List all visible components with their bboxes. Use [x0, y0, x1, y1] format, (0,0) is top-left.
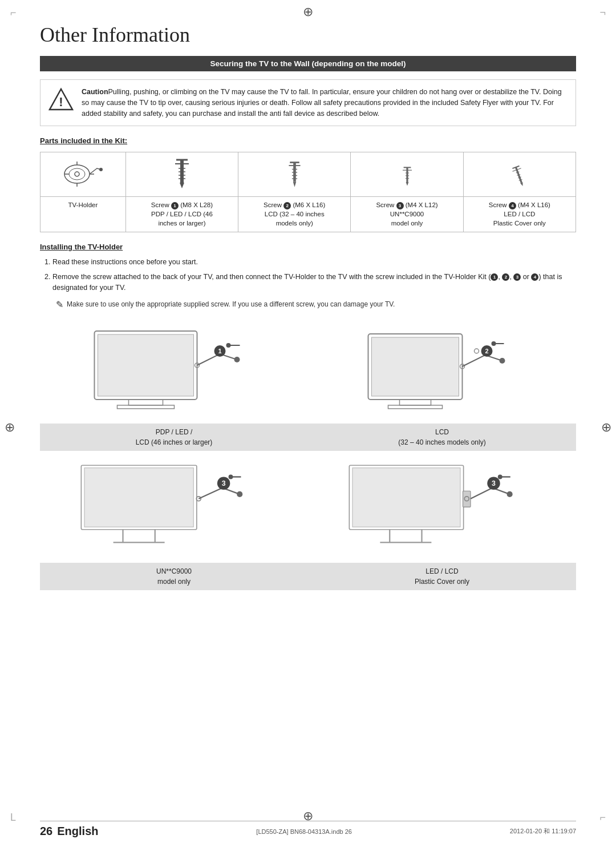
- section-header: Securing the TV to the Wall (depending o…: [40, 56, 576, 71]
- caution-box: ! CautionPulling, pushing, or climbing o…: [40, 79, 576, 126]
- caution-text: CautionPulling, pushing, or climbing on …: [82, 87, 568, 119]
- corner-mark-br: ⌐: [599, 812, 606, 824]
- svg-marker-32: [406, 182, 408, 185]
- svg-point-50: [226, 343, 230, 348]
- diagram-bottom-left: 3 UN**C9000 model only: [40, 459, 308, 590]
- svg-point-68: [237, 491, 242, 497]
- caution-icon: !: [48, 87, 74, 112]
- svg-text:2: 2: [485, 348, 488, 354]
- svg-text:!: !: [59, 95, 63, 109]
- parts-table: TV-Holder Screw 1 (M8 X L28)PDP / LED / …: [40, 152, 576, 232]
- page-footer: 26 English [LD550-ZA] BN68-04313A.indb 2…: [40, 821, 576, 838]
- corner-mark-tl: ⌐: [10, 7, 17, 19]
- note-row: ✎ Make sure to use only the appropriate …: [56, 299, 576, 312]
- svg-rect-44: [117, 405, 174, 409]
- diagram-bottom-right: 3 LED / LCD Plastic Cover only: [308, 459, 576, 590]
- part-icon-tv-holder: [40, 152, 126, 197]
- svg-point-84: [497, 474, 502, 479]
- corner-mark-tr: ¬: [599, 7, 606, 19]
- diagram-label-bottom-right: LED / LCD Plastic Cover only: [308, 563, 576, 590]
- diagram-label-top-right: LCD (32 – 40 inches models only): [308, 424, 576, 451]
- svg-text:3: 3: [492, 479, 496, 487]
- svg-marker-25: [293, 182, 296, 187]
- svg-point-61: [491, 341, 496, 346]
- page-number: 26 English: [40, 825, 98, 838]
- parts-title: Parts included in the Kit:: [40, 136, 576, 145]
- svg-marker-17: [180, 183, 184, 188]
- diagram-top-left: 1 PDP / LED / LCD (46 inches or larger): [40, 320, 308, 451]
- caution-label: Caution: [82, 88, 108, 96]
- caution-body: Pulling, pushing, or climbing on the TV …: [82, 88, 562, 118]
- target-left: ⊕: [5, 420, 15, 435]
- steps-list: Read these instructions once before you …: [40, 257, 576, 293]
- svg-point-9: [99, 168, 103, 171]
- step-1: Read these instructions once before you …: [52, 257, 576, 268]
- footer-file: [LD550-ZA] BN68-04313A.indb 26: [256, 828, 352, 835]
- part-label-screw2: Screw 2 (M6 X L16)LCD (32 – 40 inchesmod…: [238, 197, 351, 232]
- svg-point-46: [234, 357, 240, 362]
- target-top: ⊕: [303, 5, 313, 19]
- diagrams-row-top: 1 PDP / LED / LCD (46 inches or larger): [40, 320, 576, 451]
- part-label-tv-holder: TV-Holder: [40, 197, 126, 232]
- svg-rect-74: [352, 468, 460, 527]
- page-title: Other Information: [40, 23, 576, 47]
- diagram-img-bottom-right: 3: [322, 459, 563, 562]
- diagrams-row-bottom: 3 UN**C9000 model only: [40, 459, 576, 590]
- part-icon-screw1: [125, 152, 238, 197]
- diagram-img-top-right: 2: [322, 320, 563, 422]
- note-text: Make sure to use only the appropriate su…: [67, 299, 395, 309]
- svg-rect-63: [84, 468, 193, 527]
- target-right: ⊕: [601, 420, 611, 435]
- part-icon-screw4: [463, 152, 576, 197]
- diagram-label-top-left: PDP / LED / LCD (46 inches or larger): [40, 424, 308, 451]
- part-icon-screw2: [238, 152, 351, 197]
- svg-text:3: 3: [221, 479, 225, 487]
- install-title: Installing the TV-Holder: [40, 243, 576, 251]
- diagram-label-bottom-left: UN**C9000 model only: [40, 563, 308, 590]
- part-icon-screw3: [351, 152, 463, 197]
- svg-point-80: [506, 491, 512, 497]
- diagram-img-top-left: 1: [54, 320, 295, 422]
- svg-text:1: 1: [218, 348, 221, 354]
- diagram-img-bottom-left: 3: [54, 459, 295, 562]
- part-label-screw3: Screw 3 (M4 X L12)UN**C9000model only: [351, 197, 463, 232]
- note-icon: ✎: [56, 298, 63, 312]
- diagram-top-right: 2 LCD (32 – 40 inches models only): [308, 320, 576, 451]
- svg-rect-52: [371, 337, 459, 396]
- svg-rect-42: [98, 334, 193, 396]
- step-2: Remove the screw attached to the back of…: [52, 272, 576, 293]
- footer-date: 2012-01-20 和 11:19:07: [510, 827, 576, 836]
- page: ⌐ ¬ L ⌐ ⊕ ⊕ ⊕ ⊕ Other Information Securi…: [0, 0, 616, 855]
- svg-point-57: [499, 358, 505, 364]
- svg-rect-53: [399, 400, 431, 405]
- svg-point-56: [474, 349, 479, 353]
- svg-rect-54: [388, 405, 442, 409]
- svg-rect-43: [128, 400, 163, 405]
- svg-point-72: [228, 474, 233, 479]
- part-label-screw1: Screw 1 (M8 X L28)PDP / LED / LCD (46inc…: [125, 197, 238, 232]
- svg-point-4: [75, 172, 79, 176]
- svg-point-3: [69, 168, 85, 180]
- corner-mark-bl: L: [10, 812, 16, 824]
- part-label-screw4: Screw 4 (M4 X L16)LED / LCDPlastic Cover…: [463, 197, 576, 232]
